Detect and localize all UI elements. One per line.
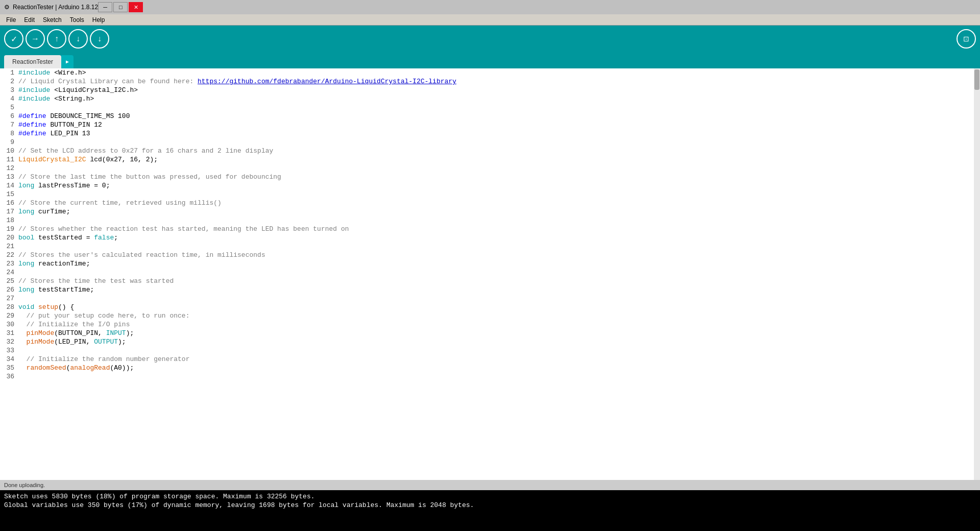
table-row: 30 // Initialize the I/O pins xyxy=(0,320,974,329)
code-line-content: bool testStarted = false; xyxy=(18,233,974,242)
minimize-button[interactable]: ─ xyxy=(98,2,112,12)
code-line-content: #include <String.h> xyxy=(18,94,974,103)
line-number: 32 xyxy=(0,337,18,346)
table-row: 32 pinMode(LED_PIN, OUTPUT); xyxy=(0,337,974,346)
code-line-content xyxy=(18,190,974,199)
verify-button[interactable]: ✓ xyxy=(4,29,23,49)
table-row: 26long testStartTime; xyxy=(0,285,974,294)
line-number: 7 xyxy=(0,120,18,129)
line-number: 36 xyxy=(0,372,18,381)
table-row: 5 xyxy=(0,103,974,112)
table-row: 25// Stores the time the test was starte… xyxy=(0,277,974,285)
table-row: 28void setup() { xyxy=(0,303,974,311)
code-line-content: pinMode(LED_PIN, OUTPUT); xyxy=(18,337,974,346)
code-line-content: // Set the LCD address to 0x27 for a 16 … xyxy=(18,147,974,155)
code-line-content: long testStartTime; xyxy=(18,285,974,294)
table-row: 10// Set the LCD address to 0x27 for a 1… xyxy=(0,147,974,155)
scrollbar-thumb[interactable] xyxy=(974,69,979,90)
line-number: 3 xyxy=(0,86,18,94)
console-line-2: Global variables use 350 bytes (17%) of … xyxy=(4,501,976,510)
line-number: 31 xyxy=(0,329,18,337)
code-line-content: // Initialize the random number generato… xyxy=(18,355,974,364)
line-number: 34 xyxy=(0,355,18,364)
table-row: 16// Store the current time, retrieved u… xyxy=(0,199,974,207)
table-row: 31 pinMode(BUTTON_PIN, INPUT); xyxy=(0,329,974,337)
line-number: 22 xyxy=(0,251,18,259)
line-number: 10 xyxy=(0,147,18,155)
open-button[interactable]: ↓ xyxy=(68,29,88,49)
menu-item-help[interactable]: Help xyxy=(88,15,109,25)
line-number: 25 xyxy=(0,277,18,285)
code-line-content: long curTime; xyxy=(18,207,974,216)
save-button[interactable]: ↓ xyxy=(90,29,109,49)
new-button[interactable]: ↑ xyxy=(47,29,66,49)
code-line-content: long reactionTime; xyxy=(18,259,974,268)
close-button[interactable]: ✕ xyxy=(129,2,143,12)
line-number: 24 xyxy=(0,268,18,277)
table-row: 22// Stores the user's calculated reacti… xyxy=(0,251,974,259)
line-number: 12 xyxy=(0,164,18,173)
editor-tab[interactable]: ReactionTester xyxy=(4,55,61,68)
menu-item-file[interactable]: File xyxy=(2,15,20,25)
line-number: 33 xyxy=(0,346,18,355)
code-line-content: #define LED_PIN 13 xyxy=(18,129,974,138)
table-row: 27 xyxy=(0,294,974,303)
code-line-content: #define BUTTON_PIN 12 xyxy=(18,120,974,129)
code-line-content: #include <LiquidCrystal_I2C.h> xyxy=(18,86,974,94)
code-line-content: // Liquid Crystal Library can be found h… xyxy=(18,77,974,86)
console-line-1: Sketch uses 5830 bytes (18%) of program … xyxy=(4,492,976,501)
table-row: 29 // put your setup code here, to run o… xyxy=(0,311,974,320)
table-row: 15 xyxy=(0,190,974,199)
menu-item-edit[interactable]: Edit xyxy=(20,15,39,25)
table-row: 1#include <Wire.h> xyxy=(0,68,974,77)
code-line-content: // Stores the user's calculated reaction… xyxy=(18,251,974,259)
code-line-content xyxy=(18,268,974,277)
line-number: 5 xyxy=(0,103,18,112)
table-row: 17long curTime; xyxy=(0,207,974,216)
line-number: 1 xyxy=(0,68,18,77)
code-line-content xyxy=(18,242,974,251)
table-row: 23long reactionTime; xyxy=(0,259,974,268)
table-row: 34 // Initialize the random number gener… xyxy=(0,355,974,364)
line-number: 20 xyxy=(0,233,18,242)
line-number: 16 xyxy=(0,199,18,207)
code-line-content: // Store the current time, retrieved usi… xyxy=(18,199,974,207)
tab-scroll-right[interactable]: ▶ xyxy=(61,55,74,68)
code-line-content: // Stores the time the test was started xyxy=(18,277,974,285)
window-title: ReactionTester | Arduino 1.8.12 xyxy=(13,4,98,11)
titlebar: ⚙ ReactionTester | Arduino 1.8.12 ─ □ ✕ xyxy=(0,0,980,14)
line-number: 28 xyxy=(0,303,18,311)
line-number: 29 xyxy=(0,311,18,320)
line-number: 8 xyxy=(0,129,18,138)
code-line-content xyxy=(18,346,974,355)
line-number: 2 xyxy=(0,77,18,86)
app-icon: ⚙ xyxy=(4,4,10,11)
code-line-content: pinMode(BUTTON_PIN, INPUT); xyxy=(18,329,974,337)
toolbar: ✓ → ↑ ↓ ↓ ⊡ xyxy=(0,26,980,52)
code-lines: 1#include <Wire.h>2// Liquid Crystal Lib… xyxy=(0,68,974,381)
table-row: 36 xyxy=(0,372,974,381)
upload-status: Done uploading. xyxy=(4,482,45,488)
table-row: 4#include <String.h> xyxy=(0,94,974,103)
code-line-content xyxy=(18,138,974,147)
table-row: 24 xyxy=(0,268,974,277)
tab-bar: ReactionTester ▶ xyxy=(0,52,980,68)
upload-button[interactable]: → xyxy=(26,29,45,49)
vertical-scrollbar[interactable] xyxy=(974,68,980,480)
code-line-content: void setup() { xyxy=(18,303,974,311)
table-row: 19// Stores whether the reaction test ha… xyxy=(0,225,974,233)
console-status-bar: Done uploading. xyxy=(0,480,980,490)
code-line-content: // Initialize the I/O pins xyxy=(18,320,974,329)
code-line-content: #include <Wire.h> xyxy=(18,68,974,77)
maximize-button[interactable]: □ xyxy=(113,2,128,12)
menu-item-tools[interactable]: Tools xyxy=(66,15,88,25)
table-row: 9 xyxy=(0,138,974,147)
table-row: 21 xyxy=(0,242,974,251)
line-number: 15 xyxy=(0,190,18,199)
code-line-content xyxy=(18,103,974,112)
serial-monitor-button[interactable]: ⊡ xyxy=(957,29,976,49)
line-number: 13 xyxy=(0,173,18,181)
menu-item-sketch[interactable]: Sketch xyxy=(39,15,66,25)
table-row: 2// Liquid Crystal Library can be found … xyxy=(0,77,974,86)
table-row: 6#define DEBOUNCE_TIME_MS 100 xyxy=(0,112,974,120)
